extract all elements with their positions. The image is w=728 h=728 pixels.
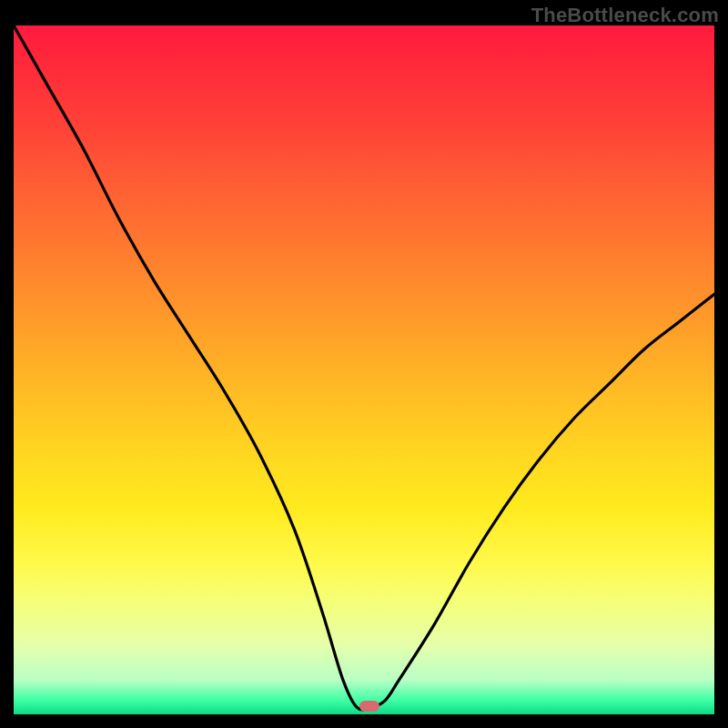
- optimal-marker: [359, 701, 379, 712]
- plot-area: [14, 25, 714, 714]
- watermark-text: TheBottleneck.com: [531, 4, 719, 27]
- bottleneck-curve: [14, 25, 714, 714]
- chart-frame: TheBottleneck.com: [0, 0, 728, 728]
